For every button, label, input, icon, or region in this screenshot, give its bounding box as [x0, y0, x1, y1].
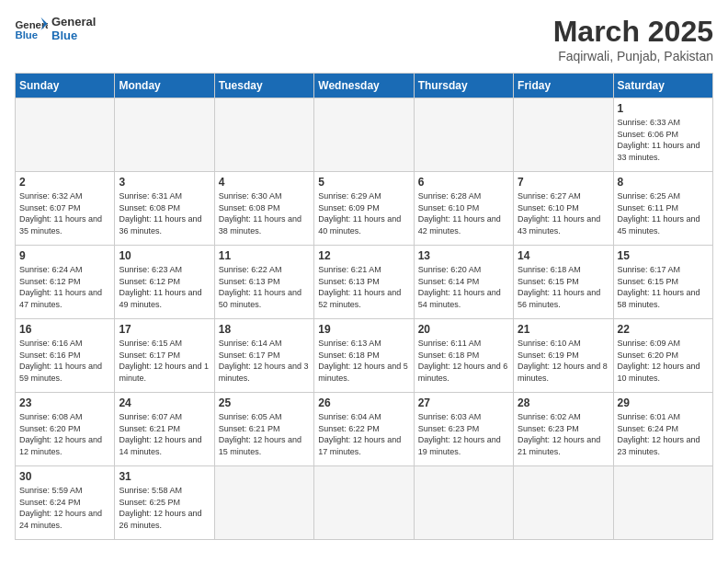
- calendar-cell: 17Sunrise: 6:15 AMSunset: 6:17 PMDayligh…: [115, 319, 214, 393]
- day-info: Sunrise: 6:07 AMSunset: 6:21 PMDaylight:…: [119, 411, 210, 457]
- day-info: Sunrise: 6:15 AMSunset: 6:17 PMDaylight:…: [119, 338, 210, 384]
- day-number: 8: [618, 176, 709, 189]
- day-info: Sunrise: 6:17 AMSunset: 6:15 PMDaylight:…: [618, 264, 709, 310]
- day-info: Sunrise: 6:24 AMSunset: 6:12 PMDaylight:…: [19, 264, 110, 310]
- day-number: 13: [418, 249, 509, 262]
- calendar-cell: 23Sunrise: 6:08 AMSunset: 6:20 PMDayligh…: [16, 393, 115, 466]
- calendar-week-6: 30Sunrise: 5:59 AMSunset: 6:24 PMDayligh…: [16, 466, 713, 540]
- calendar-cell: 1Sunrise: 6:33 AMSunset: 6:06 PMDaylight…: [613, 98, 712, 172]
- day-info: Sunrise: 6:25 AMSunset: 6:11 PMDaylight:…: [618, 190, 709, 236]
- day-number: 4: [219, 176, 310, 189]
- calendar-cell: [214, 98, 313, 172]
- calendar-cell: [613, 466, 712, 540]
- day-info: Sunrise: 6:04 AMSunset: 6:22 PMDaylight:…: [318, 411, 409, 457]
- day-info: Sunrise: 6:09 AMSunset: 6:20 PMDaylight:…: [618, 338, 709, 384]
- day-number: 25: [219, 396, 310, 409]
- day-number: 1: [618, 102, 709, 115]
- day-number: 15: [618, 249, 709, 262]
- day-number: 28: [518, 396, 609, 409]
- day-number: 18: [219, 323, 310, 336]
- calendar-cell: 3Sunrise: 6:31 AMSunset: 6:08 PMDaylight…: [115, 172, 214, 246]
- calendar-cell: 28Sunrise: 6:02 AMSunset: 6:23 PMDayligh…: [514, 393, 613, 466]
- calendar-cell: [414, 466, 513, 540]
- calendar-cell: 16Sunrise: 6:16 AMSunset: 6:16 PMDayligh…: [16, 319, 115, 393]
- day-number: 3: [119, 176, 210, 189]
- calendar-cell: 2Sunrise: 6:32 AMSunset: 6:07 PMDaylight…: [16, 172, 115, 246]
- calendar-cell: 15Sunrise: 6:17 AMSunset: 6:15 PMDayligh…: [613, 246, 712, 319]
- calendar-cell: [314, 98, 414, 172]
- calendar-cell: 22Sunrise: 6:09 AMSunset: 6:20 PMDayligh…: [613, 319, 712, 393]
- calendar-cell: 6Sunrise: 6:28 AMSunset: 6:10 PMDaylight…: [414, 172, 513, 246]
- day-info: Sunrise: 6:08 AMSunset: 6:20 PMDaylight:…: [19, 411, 110, 457]
- day-info: Sunrise: 6:13 AMSunset: 6:18 PMDaylight:…: [318, 338, 409, 384]
- day-number: 26: [318, 396, 409, 409]
- calendar-cell: 4Sunrise: 6:30 AMSunset: 6:08 PMDaylight…: [214, 172, 313, 246]
- month-year-title: March 2025: [553, 15, 713, 49]
- day-number: 29: [618, 396, 709, 409]
- day-number: 10: [119, 249, 210, 262]
- calendar-week-1: 1Sunrise: 6:33 AMSunset: 6:06 PMDaylight…: [16, 98, 713, 172]
- day-number: 19: [318, 323, 409, 336]
- day-info: Sunrise: 6:27 AMSunset: 6:10 PMDaylight:…: [518, 190, 609, 236]
- calendar-cell: [214, 466, 313, 540]
- logo-icon: General Blue: [15, 16, 48, 41]
- day-number: 21: [518, 323, 609, 336]
- col-header-monday: Monday: [115, 74, 214, 98]
- calendar-cell: 31Sunrise: 5:58 AMSunset: 6:25 PMDayligh…: [115, 466, 214, 540]
- calendar-cell: 9Sunrise: 6:24 AMSunset: 6:12 PMDaylight…: [16, 246, 115, 319]
- day-number: 24: [119, 396, 210, 409]
- calendar-cell: [514, 98, 613, 172]
- page-header: General Blue General Blue March 2025 Faq…: [15, 15, 713, 63]
- day-number: 14: [518, 249, 609, 262]
- title-block: March 2025 Faqirwali, Punjab, Pakistan: [553, 15, 713, 63]
- calendar-cell: 21Sunrise: 6:10 AMSunset: 6:19 PMDayligh…: [514, 319, 613, 393]
- day-info: Sunrise: 6:14 AMSunset: 6:17 PMDaylight:…: [219, 338, 310, 384]
- day-number: 30: [19, 470, 110, 483]
- logo-general-text: General: [51, 15, 96, 29]
- calendar-cell: 20Sunrise: 6:11 AMSunset: 6:18 PMDayligh…: [414, 319, 513, 393]
- calendar-cell: 10Sunrise: 6:23 AMSunset: 6:12 PMDayligh…: [115, 246, 214, 319]
- col-header-thursday: Thursday: [414, 74, 513, 98]
- day-number: 17: [119, 323, 210, 336]
- calendar-cell: 30Sunrise: 5:59 AMSunset: 6:24 PMDayligh…: [16, 466, 115, 540]
- day-number: 11: [219, 249, 310, 262]
- calendar-cell: 12Sunrise: 6:21 AMSunset: 6:13 PMDayligh…: [314, 246, 414, 319]
- calendar-week-5: 23Sunrise: 6:08 AMSunset: 6:20 PMDayligh…: [16, 393, 713, 466]
- calendar-cell: 18Sunrise: 6:14 AMSunset: 6:17 PMDayligh…: [214, 319, 313, 393]
- day-info: Sunrise: 6:33 AMSunset: 6:06 PMDaylight:…: [618, 117, 709, 163]
- day-info: Sunrise: 6:11 AMSunset: 6:18 PMDaylight:…: [418, 338, 509, 384]
- svg-text:Blue: Blue: [16, 29, 39, 40]
- calendar-cell: 19Sunrise: 6:13 AMSunset: 6:18 PMDayligh…: [314, 319, 414, 393]
- day-info: Sunrise: 5:59 AMSunset: 6:24 PMDaylight:…: [19, 485, 110, 531]
- calendar-cell: 26Sunrise: 6:04 AMSunset: 6:22 PMDayligh…: [314, 393, 414, 466]
- day-number: 22: [618, 323, 709, 336]
- day-number: 2: [19, 176, 110, 189]
- calendar-week-3: 9Sunrise: 6:24 AMSunset: 6:12 PMDaylight…: [16, 246, 713, 319]
- day-info: Sunrise: 6:18 AMSunset: 6:15 PMDaylight:…: [518, 264, 609, 310]
- day-number: 23: [19, 396, 110, 409]
- day-info: Sunrise: 6:31 AMSunset: 6:08 PMDaylight:…: [119, 190, 210, 236]
- day-info: Sunrise: 6:32 AMSunset: 6:07 PMDaylight:…: [19, 190, 110, 236]
- day-number: 31: [119, 470, 210, 483]
- calendar-cell: 5Sunrise: 6:29 AMSunset: 6:09 PMDaylight…: [314, 172, 414, 246]
- day-info: Sunrise: 6:28 AMSunset: 6:10 PMDaylight:…: [418, 190, 509, 236]
- col-header-friday: Friday: [514, 74, 613, 98]
- col-header-sunday: Sunday: [16, 74, 115, 98]
- day-number: 7: [518, 176, 609, 189]
- calendar-cell: [514, 466, 613, 540]
- day-number: 6: [418, 176, 509, 189]
- calendar-week-2: 2Sunrise: 6:32 AMSunset: 6:07 PMDaylight…: [16, 172, 713, 246]
- location-subtitle: Faqirwali, Punjab, Pakistan: [553, 49, 713, 63]
- col-header-tuesday: Tuesday: [214, 74, 313, 98]
- day-number: 20: [418, 323, 509, 336]
- day-number: 12: [318, 249, 409, 262]
- calendar-cell: 24Sunrise: 6:07 AMSunset: 6:21 PMDayligh…: [115, 393, 214, 466]
- calendar-cell: 29Sunrise: 6:01 AMSunset: 6:24 PMDayligh…: [613, 393, 712, 466]
- day-info: Sunrise: 6:16 AMSunset: 6:16 PMDaylight:…: [19, 338, 110, 384]
- calendar-cell: 13Sunrise: 6:20 AMSunset: 6:14 PMDayligh…: [414, 246, 513, 319]
- calendar-cell: 14Sunrise: 6:18 AMSunset: 6:15 PMDayligh…: [514, 246, 613, 319]
- calendar-header-row: SundayMondayTuesdayWednesdayThursdayFrid…: [16, 74, 713, 98]
- calendar-cell: [115, 98, 214, 172]
- calendar-cell: 11Sunrise: 6:22 AMSunset: 6:13 PMDayligh…: [214, 246, 313, 319]
- day-info: Sunrise: 5:58 AMSunset: 6:25 PMDaylight:…: [119, 485, 210, 531]
